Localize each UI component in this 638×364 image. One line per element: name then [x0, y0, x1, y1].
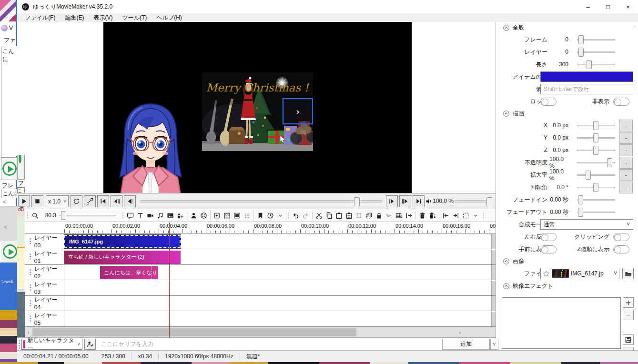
blend-mode-select[interactable]: 通常˅	[540, 219, 633, 230]
more2-chevron-icon[interactable]	[471, 210, 481, 221]
seek-end-button[interactable]	[413, 195, 425, 207]
layer-grip-icon[interactable]	[29, 253, 31, 261]
image-file-select[interactable]: IMG_6147.jp˅	[540, 268, 619, 279]
bookmark-icon[interactable]	[255, 210, 265, 221]
template-item-icon[interactable]	[232, 210, 242, 221]
select-range-icon[interactable]	[461, 210, 471, 221]
close-button[interactable]: ×	[618, 0, 638, 13]
field-minus-button-rotation[interactable]: -	[619, 182, 633, 193]
layer-row-3[interactable]: レイヤー 03	[25, 281, 496, 296]
slider-thumb[interactable]	[593, 133, 598, 142]
field-minus-button-opacity[interactable]: -	[619, 157, 633, 169]
maximize-button[interactable]: □	[598, 0, 618, 13]
effect-item-icon[interactable]	[222, 210, 232, 221]
zoom-slider-thumb[interactable]	[61, 211, 66, 220]
repeat-button[interactable]	[71, 195, 82, 207]
paste-icon[interactable]	[334, 210, 344, 221]
toolbar-grip-2[interactable]	[121, 211, 124, 220]
layer-row-4[interactable]: レイヤー 04	[25, 296, 496, 311]
section-header[interactable]: 全般	[496, 22, 638, 33]
menu-item-0[interactable]: ファイル(F)	[21, 13, 59, 22]
field-slider-length[interactable]	[577, 58, 615, 71]
playhead-line[interactable]	[169, 222, 170, 338]
audio-item-icon[interactable]	[155, 210, 165, 221]
delete-multi-icon[interactable]	[427, 210, 437, 221]
field-slider-x[interactable]	[577, 119, 615, 131]
keyframe-link-button[interactable]	[84, 195, 96, 207]
field-minus-button-x[interactable]: -	[619, 120, 633, 131]
next-frame-button[interactable]	[386, 195, 398, 207]
play-button[interactable]	[18, 195, 30, 207]
cut-icon[interactable]	[314, 210, 324, 221]
character-select[interactable]: 新しいキャラクター ˅	[21, 339, 82, 350]
paste-special-icon[interactable]	[344, 210, 354, 221]
menu-item-1[interactable]: 編集(E)	[61, 13, 88, 22]
waveform-icon[interactable]	[384, 210, 394, 221]
character-preview-tachie[interactable]	[114, 101, 187, 193]
stop-button[interactable]	[31, 195, 43, 207]
slider-thumb[interactable]	[593, 146, 598, 155]
prev-frames-button[interactable]	[111, 195, 122, 207]
delete-icon[interactable]	[417, 210, 427, 221]
menu-item-3[interactable]: ツール(T)	[118, 13, 151, 22]
field-slider-z[interactable]	[577, 144, 615, 156]
image-item-icon[interactable]	[165, 210, 175, 221]
volume-slider[interactable]	[455, 200, 492, 202]
menu-item-4[interactable]: ヘルプ(H)	[152, 13, 186, 22]
toggle-hidden[interactable]	[613, 98, 629, 106]
collapse-chevron-icon[interactable]	[503, 110, 510, 117]
collapse-chevron-icon[interactable]	[503, 283, 510, 290]
layer-label-5[interactable]: レイヤー 05	[25, 312, 64, 326]
layer-label-4[interactable]: レイヤー 04	[25, 296, 64, 311]
slider-thumb[interactable]	[587, 60, 592, 69]
slider-thumb[interactable]	[593, 183, 598, 192]
collapse-chevron-icon[interactable]	[503, 258, 510, 265]
grid-menu-icon[interactable]	[394, 210, 404, 221]
slider-thumb[interactable]	[578, 48, 584, 57]
field-slider-layer[interactable]	[577, 46, 615, 58]
effect-remove-button[interactable]	[623, 310, 634, 320]
toggle-clipping[interactable]	[613, 233, 629, 241]
group-icon[interactable]	[354, 210, 364, 221]
field-slider-opacity[interactable]	[577, 156, 615, 169]
duplicate-icon[interactable]	[364, 210, 374, 221]
christmas-image-item[interactable]: › Merry Christmas !	[202, 72, 313, 151]
jump-end-icon[interactable]	[451, 210, 461, 221]
next-frames-button[interactable]	[399, 195, 411, 207]
layer-grip-icon[interactable]	[29, 284, 31, 292]
speaker-icon[interactable]	[425, 198, 432, 205]
favorite-star-icon[interactable]	[543, 270, 550, 277]
voice-play-button-fragment[interactable]	[17, 155, 25, 180]
slider-thumb[interactable]	[607, 158, 612, 167]
toggle-z-order[interactable]	[613, 245, 629, 253]
field-slider-fade-in[interactable]	[577, 193, 615, 206]
field-slider-frame[interactable]	[577, 33, 615, 46]
collapse-chevron-icon[interactable]	[503, 24, 510, 31]
layer-row-2[interactable]: レイヤー 02	[25, 265, 496, 280]
lock-icon[interactable]	[374, 210, 384, 221]
timeline-h-scrollbar[interactable]: ‹ ›	[25, 327, 496, 337]
item-color-swatch[interactable]	[540, 71, 633, 82]
section-header[interactable]: 映像エフェクト	[496, 280, 638, 292]
more-items-chevron-icon[interactable]	[275, 210, 285, 221]
layer-label-2[interactable]: レイヤー 02	[25, 265, 64, 280]
effect-up-button[interactable]	[623, 347, 634, 350]
speechbar-grip[interactable]	[18, 340, 20, 349]
timeline-clip-voice[interactable]: こんにちは、寒くなりまし	[100, 266, 158, 279]
slider-thumb[interactable]	[578, 208, 583, 217]
section-header[interactable]: 描画	[496, 108, 638, 119]
effect-save-button[interactable]	[623, 334, 634, 345]
menu-item-2[interactable]: 表示(V)	[90, 13, 116, 22]
field-minus-button-z[interactable]: -	[619, 144, 633, 156]
slider-thumb[interactable]	[578, 195, 583, 204]
layer-grip-icon[interactable]	[29, 238, 31, 245]
note-textbox[interactable]: Shift+Enterで改行	[540, 84, 633, 94]
scrollbar-thumb[interactable]	[32, 328, 356, 336]
slider-thumb[interactable]	[586, 171, 591, 180]
video-effect-list[interactable]	[502, 297, 621, 349]
serif-input[interactable]: ここにセリフを入力	[97, 339, 441, 350]
subtitle-item-icon[interactable]	[125, 210, 135, 221]
timeline-zoom-slider[interactable]	[59, 210, 116, 221]
timeline-clip-tachie[interactable]: 立ち絵 / 新しいキャラクター (2)	[64, 251, 181, 264]
slider-thumb[interactable]	[578, 35, 584, 44]
